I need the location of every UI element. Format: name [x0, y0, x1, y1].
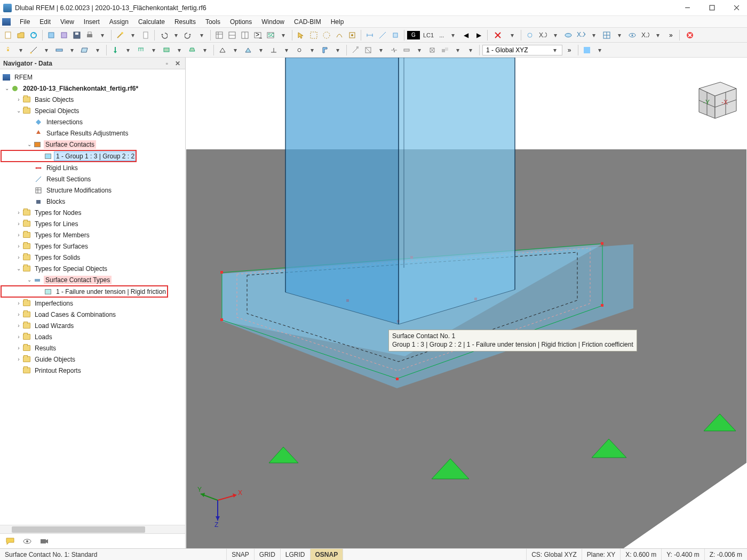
tool-dim1-icon[interactable]: [364, 29, 376, 41]
t2-support3-icon[interactable]: [268, 44, 280, 56]
twisty-icon[interactable]: ⌄: [3, 85, 11, 91]
tool-table2-icon[interactable]: [226, 29, 238, 41]
tree-guide-objects[interactable]: Guide Objects: [33, 355, 77, 364]
t2-tool-c-icon[interactable]: [388, 44, 400, 56]
menu-file[interactable]: File: [15, 17, 35, 27]
status-snap[interactable]: SNAP: [227, 549, 255, 560]
t2-tool-f-icon[interactable]: [439, 44, 451, 56]
tree-sc-item-1[interactable]: 1 - Group 1 : 3 | Group 2 : 2: [54, 152, 136, 161]
menu-options[interactable]: Options: [225, 17, 257, 27]
tree-file[interactable]: 2020-10-13_Flächenkontakt_fertig.rf6*: [21, 84, 140, 93]
t2-render-icon[interactable]: [581, 44, 593, 56]
t2-load4-icon[interactable]: [186, 44, 198, 56]
tree-surface-contact-types[interactable]: Surface Contact Types: [44, 276, 112, 284]
tree-imperfections[interactable]: Imperfections: [33, 299, 75, 308]
loadcase-label[interactable]: LC1: [421, 32, 436, 38]
tool-dim3-icon[interactable]: [390, 29, 401, 41]
tool-select3-icon[interactable]: [321, 29, 332, 41]
tree-root[interactable]: RFEM: [13, 73, 34, 82]
tree-loads[interactable]: Loads: [33, 333, 54, 341]
tool-xxx-icon[interactable]: X.XX: [575, 29, 587, 41]
panel-pin-icon[interactable]: ▫: [163, 59, 171, 68]
footer-camera-icon[interactable]: [38, 536, 50, 547]
menu-cadbim[interactable]: CAD-BIM: [289, 17, 326, 27]
tree-load-wizards[interactable]: Load Wizards: [33, 322, 75, 330]
tree-sct-item-1[interactable]: 1 - Failure under tension | Rigid fricti…: [54, 287, 168, 296]
tree-intersections[interactable]: Intersections: [45, 118, 84, 126]
t2-tool-a-icon[interactable]: [349, 44, 361, 56]
tree-types-solids[interactable]: Types for Solids: [33, 253, 82, 262]
close-button[interactable]: [729, 3, 744, 13]
tree-hscroll[interactable]: [0, 525, 185, 533]
tool-script-dd[interactable]: ▾: [277, 31, 289, 39]
tree-basic-objects[interactable]: Basic Objects: [33, 95, 75, 104]
tree-types-surfaces[interactable]: Types for Surfaces: [33, 242, 90, 251]
tool-delete-big-icon[interactable]: [682, 29, 697, 41]
tool-table3-icon[interactable]: [239, 29, 251, 41]
tool-grid-icon[interactable]: [601, 29, 613, 41]
t2-section-icon[interactable]: [319, 44, 331, 56]
tool-redo-dd[interactable]: ▾: [196, 31, 208, 39]
tool-redo-icon[interactable]: [183, 29, 195, 41]
coord-system-dropdown[interactable]: 1 - Global XYZ▾: [482, 45, 562, 55]
overflow-icon[interactable]: »: [665, 29, 677, 41]
navigator-tree[interactable]: RFEM ⌄2020-10-13_Flächenkontakt_fertig.r…: [0, 69, 185, 525]
t2-surface-icon[interactable]: [79, 44, 91, 56]
menu-tools[interactable]: Tools: [201, 17, 225, 27]
tool-sync-icon[interactable]: [28, 29, 39, 41]
tool-undo-dd[interactable]: ▾: [170, 31, 182, 39]
t2-load1-icon[interactable]: [109, 44, 121, 56]
tool-xx2-dd[interactable]: ▾: [652, 31, 664, 39]
t2-load3-icon[interactable]: [161, 44, 172, 56]
tool-wizard-icon[interactable]: [114, 29, 126, 41]
lc-prev-icon[interactable]: ◀: [460, 29, 472, 41]
tree-result-sections[interactable]: Result Sections: [45, 175, 92, 183]
t2-tool-d-icon[interactable]: [401, 44, 412, 56]
tree-surface-contacts[interactable]: Surface Contacts: [44, 140, 96, 149]
viewport-3d[interactable]: -Y -X X Y Z Surface Contact No. 1 Group …: [186, 58, 747, 548]
tool-print-icon[interactable]: [84, 29, 96, 41]
t2-tool-e-icon[interactable]: [426, 44, 438, 56]
tree-special-objects[interactable]: Special Objects: [33, 107, 81, 115]
menu-assign[interactable]: Assign: [105, 17, 133, 27]
tool-doc-icon[interactable]: [140, 29, 152, 41]
tool-cube2-icon[interactable]: [58, 29, 70, 41]
tree-load-cases[interactable]: Load Cases & Combinations: [33, 310, 117, 319]
app-menu-icon[interactable]: [2, 18, 11, 26]
loadcase-type[interactable]: G: [407, 31, 420, 39]
loadcase-dd[interactable]: ▾: [447, 31, 459, 39]
tree-types-special[interactable]: Types for Special Objects: [33, 265, 109, 273]
status-grid[interactable]: GRID: [255, 549, 281, 560]
tool-delete-dd[interactable]: ▾: [506, 31, 518, 39]
t2-line-icon[interactable]: [28, 44, 39, 56]
t2-hinge-icon[interactable]: [293, 44, 305, 56]
tool-new-icon[interactable]: [2, 29, 14, 41]
tree-blocks[interactable]: Blocks: [45, 197, 67, 206]
tool-vis2-dd[interactable]: ▾: [550, 31, 561, 39]
t2-node-icon[interactable]: [2, 44, 14, 56]
tree-types-nodes[interactable]: Types for Nodes: [33, 209, 83, 217]
tree-results[interactable]: Results: [33, 344, 58, 353]
tool-vis1-icon[interactable]: [524, 29, 536, 41]
tree-sra[interactable]: Surface Results Adjustments: [45, 129, 130, 138]
tree-types-members[interactable]: Types for Members: [33, 231, 91, 239]
menu-insert[interactable]: Insert: [79, 17, 105, 27]
loadcase-more[interactable]: ...: [437, 32, 446, 38]
tool-cube1-icon[interactable]: [45, 29, 57, 41]
tool-grid-dd[interactable]: ▾: [614, 31, 625, 39]
tool-delete-icon[interactable]: [490, 29, 505, 41]
tree-printout-reports[interactable]: Printout Reports: [33, 366, 83, 375]
tool-print-dd[interactable]: ▾: [97, 31, 108, 39]
tool-eye2-icon[interactable]: [626, 29, 638, 41]
status-osnap[interactable]: OSNAP: [311, 549, 344, 560]
t2-support1-icon[interactable]: [217, 44, 228, 56]
tool-table1-icon[interactable]: [213, 29, 225, 41]
tool-xxx-dd[interactable]: ▾: [588, 31, 600, 39]
tree-rigid-links[interactable]: Rigid Links: [45, 164, 80, 172]
minimize-button[interactable]: [680, 3, 695, 13]
tool-xx2-icon[interactable]: X.X: [639, 29, 651, 41]
menu-edit[interactable]: Edit: [35, 17, 55, 27]
menu-help[interactable]: Help: [326, 17, 349, 27]
panel-close-icon[interactable]: ✕: [173, 59, 182, 68]
menu-window[interactable]: Window: [257, 17, 289, 27]
